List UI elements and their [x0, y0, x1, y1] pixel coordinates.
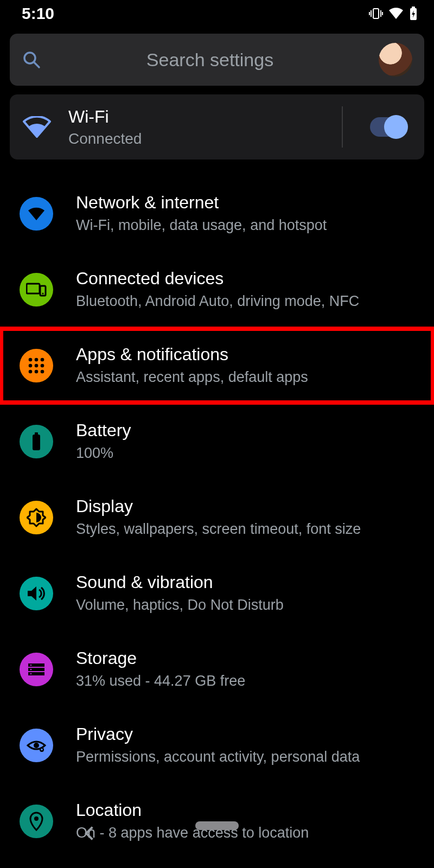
settings-item-subtitle: Styles, wallpapers, screen timeout, font…	[76, 520, 361, 539]
search-placeholder: Search settings	[41, 49, 379, 71]
svg-point-18	[29, 370, 33, 374]
profile-avatar[interactable]	[379, 43, 412, 76]
settings-item-title: Storage	[76, 648, 245, 668]
settings-item-text: Sound & vibrationVolume, haptics, Do Not…	[76, 572, 284, 615]
settings-item-subtitle: Permissions, account activity, personal …	[76, 748, 360, 767]
settings-item-devices[interactable]: Connected devicesBluetooth, Android Auto…	[0, 252, 434, 328]
settings-item-subtitle: Assistant, recent apps, default apps	[76, 368, 308, 387]
devices-icon	[20, 273, 53, 307]
settings-list: Network & internetWi-Fi, mobile, data us…	[0, 176, 434, 859]
settings-item-network[interactable]: Network & internetWi-Fi, mobile, data us…	[0, 176, 434, 252]
svg-rect-21	[33, 435, 40, 450]
toggle-knob	[384, 115, 408, 139]
settings-item-subtitle: Bluetooth, Android Auto, driving mode, N…	[76, 292, 359, 311]
wifi-subtitle: Connected	[68, 130, 142, 148]
card-divider	[342, 106, 343, 148]
settings-item-subtitle: Volume, haptics, Do Not Disturb	[76, 596, 284, 615]
settings-item-text: DisplayStyles, wallpapers, screen timeou…	[76, 496, 361, 539]
settings-item-title: Network & internet	[76, 193, 327, 213]
wifi-text: Wi-Fi Connected	[68, 107, 142, 148]
svg-point-12	[29, 358, 33, 362]
settings-item-subtitle: On - 8 apps have access to location	[76, 824, 309, 843]
settings-item-subtitle: Wi-Fi, mobile, data usage, and hotspot	[76, 216, 327, 235]
wifi-toggle[interactable]	[370, 117, 407, 137]
battery-icon	[20, 425, 53, 458]
settings-item-title: Sound & vibration	[76, 572, 284, 592]
svg-point-30	[34, 743, 39, 748]
settings-item-title: Location	[76, 800, 309, 820]
svg-rect-32	[41, 749, 43, 750]
settings-item-text: PrivacyPermissions, account activity, pe…	[76, 724, 360, 767]
svg-point-13	[35, 358, 39, 362]
svg-point-20	[41, 370, 44, 374]
settings-item-battery[interactable]: Battery100%	[0, 404, 434, 480]
apps-icon	[20, 349, 53, 382]
privacy-icon	[20, 729, 53, 762]
wifi-title: Wi-Fi	[68, 107, 142, 127]
svg-point-19	[35, 370, 39, 374]
brightness-icon	[20, 501, 53, 534]
location-icon	[20, 805, 53, 838]
svg-point-29	[30, 673, 32, 675]
settings-item-apps[interactable]: Apps & notificationsAssistant, recent ap…	[0, 328, 434, 404]
wifi-status-icon	[388, 8, 404, 20]
svg-point-14	[41, 358, 44, 362]
settings-item-privacy[interactable]: PrivacyPermissions, account activity, pe…	[0, 707, 434, 783]
status-time: 5:10	[22, 4, 54, 23]
settings-item-subtitle: 100%	[76, 444, 131, 463]
wifi-quick-card[interactable]: Wi-Fi Connected	[10, 94, 424, 159]
settings-item-display[interactable]: DisplayStyles, wallpapers, screen timeou…	[0, 480, 434, 556]
volume-icon	[20, 577, 53, 610]
settings-item-title: Privacy	[76, 724, 360, 744]
settings-item-sound[interactable]: Sound & vibrationVolume, haptics, Do Not…	[0, 556, 434, 631]
settings-item-title: Apps & notifications	[76, 344, 308, 365]
svg-point-16	[35, 364, 39, 368]
storage-icon	[20, 653, 53, 686]
status-bar: 5:10	[0, 0, 434, 27]
settings-item-title: Battery	[76, 420, 131, 441]
nav-home-pill[interactable]	[195, 821, 239, 830]
wifi-icon	[23, 116, 51, 138]
settings-item-title: Display	[76, 496, 361, 516]
svg-rect-22	[35, 432, 38, 435]
search-settings-bar[interactable]: Search settings	[10, 34, 424, 86]
svg-point-27	[30, 665, 32, 666]
svg-point-33	[34, 816, 39, 821]
settings-item-text: Storage31% used - 44.27 GB free	[76, 648, 245, 691]
battery-status-icon	[409, 7, 418, 21]
settings-item-text: Apps & notificationsAssistant, recent ap…	[76, 344, 308, 387]
settings-item-text: Network & internetWi-Fi, mobile, data us…	[76, 193, 327, 235]
svg-rect-6	[412, 7, 415, 9]
vibrate-icon	[369, 8, 383, 20]
svg-point-17	[41, 364, 44, 368]
search-icon	[22, 50, 41, 69]
svg-point-15	[29, 364, 33, 368]
svg-point-28	[30, 669, 32, 671]
settings-item-storage[interactable]: Storage31% used - 44.27 GB free	[0, 631, 434, 707]
svg-point-11	[42, 293, 44, 295]
status-icons-group	[369, 7, 418, 21]
svg-line-8	[34, 62, 39, 67]
settings-item-text: Connected devicesBluetooth, Android Auto…	[76, 269, 359, 311]
svg-rect-0	[373, 9, 379, 18]
wifi-icon	[20, 197, 53, 231]
svg-rect-9	[27, 284, 40, 293]
settings-item-text: Battery100%	[76, 420, 131, 463]
settings-item-subtitle: 31% used - 44.27 GB free	[76, 672, 245, 691]
settings-item-text: LocationOn - 8 apps have access to locat…	[76, 800, 309, 843]
settings-item-title: Connected devices	[76, 269, 359, 289]
